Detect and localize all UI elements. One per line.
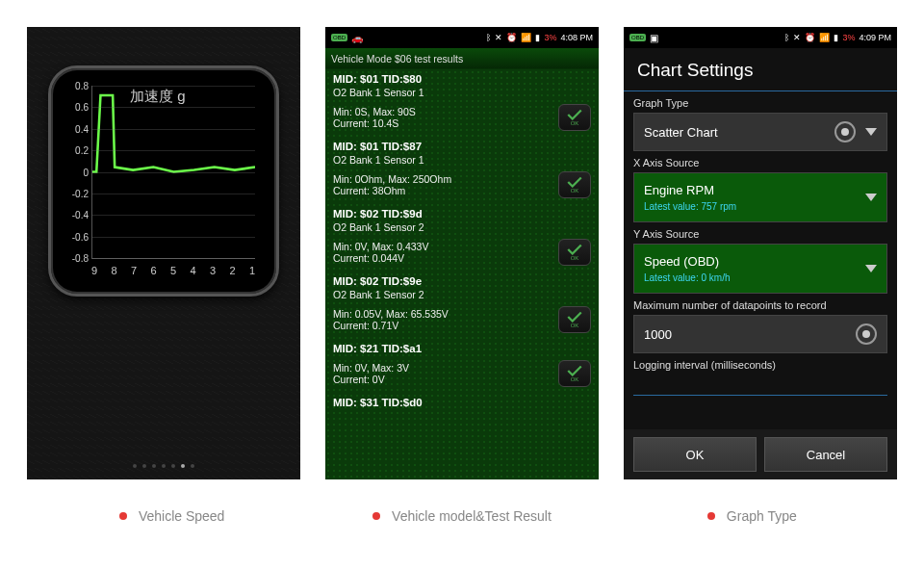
x-tick-label: 1 <box>249 265 255 276</box>
pager-dots <box>27 464 300 468</box>
graph-type-value: Scatter Chart <box>644 125 718 140</box>
ok-badge: OK <box>558 306 591 333</box>
x-tick-label: 8 <box>111 265 116 276</box>
max-datapoints-value: 1000 <box>644 327 672 342</box>
clock: 4:08 PM <box>560 33 593 42</box>
result-header: MID: $01 TID:$87O2 Bank 1 Sensor 1 <box>325 137 599 168</box>
signal-icon: ▮ <box>834 33 838 42</box>
result-header: MID: $31 TID:$d0 <box>325 393 599 410</box>
y-tick-label: 0 <box>67 167 89 177</box>
result-header: MID: $01 TID:$80O2 Bank 1 Sensor 1 <box>325 69 599 100</box>
y-axis-select[interactable]: Speed (OBD) Latest value: 0 km/h <box>633 244 887 294</box>
screen-vehicle-speed: 加速度 g 0.80.60.40.20-0.2-0.4-0.6-0.8 9876… <box>27 27 300 479</box>
y-tick-label: -0.6 <box>67 231 89 242</box>
screen-chart-settings: OBD ▣ ᛒ ✕ ⏰ 📶 ▮ 3% 4:09 PM Chart Setting… <box>624 27 897 479</box>
network-icon: 📶 <box>819 33 830 42</box>
dialog-title: Chart Settings <box>624 48 897 91</box>
x-tick-label: 5 <box>170 265 176 276</box>
y-axis-label: Y Axis Source <box>624 222 897 244</box>
x-tick-label: 3 <box>210 265 216 276</box>
signal-icon: ▮ <box>535 33 540 42</box>
max-datapoints-input[interactable]: 1000 <box>633 315 887 353</box>
clock: 4:09 PM <box>859 33 891 42</box>
caption-3: Graph Type <box>615 508 888 524</box>
radio-icon <box>856 323 877 345</box>
x-axis-label: X Axis Source <box>624 151 897 172</box>
bluetooth-icon: ᛒ <box>486 33 491 42</box>
caption-1: Vehicle Speed <box>36 508 309 524</box>
y-tick-label: -0.4 <box>67 210 89 220</box>
bullet-icon <box>707 512 715 520</box>
y-tick-label: 0.4 <box>67 123 89 134</box>
ok-badge: OK <box>558 171 591 198</box>
mute-icon: ✕ <box>495 33 502 42</box>
y-tick-label: -0.8 <box>67 253 89 264</box>
graph-type-select[interactable]: Scatter Chart <box>633 113 887 151</box>
y-tick-label: 0.2 <box>67 145 89 156</box>
mute-icon: ✕ <box>793 33 801 42</box>
result-header: MID: $21 TID:$a1 <box>325 339 599 356</box>
obd-icon: OBD <box>331 34 347 41</box>
bullet-icon <box>119 512 127 520</box>
y-tick-label: -0.2 <box>67 188 89 198</box>
image-icon: ▣ <box>650 33 658 43</box>
car-icon: 🚗 <box>351 33 363 43</box>
x-axis-latest: Latest value: 757 rpm <box>644 201 736 212</box>
interval-input[interactable] <box>633 375 887 396</box>
chevron-down-icon <box>865 194 877 201</box>
bullet-icon <box>372 512 380 520</box>
result-row[interactable]: Min: 0Ohm, Max: 250OhmCurrent: 38OhmOK <box>325 168 599 204</box>
result-row[interactable]: Min: 0V, Max: 3VCurrent: 0VOK <box>325 356 599 393</box>
y-axis-value: Speed (OBD) <box>644 254 731 269</box>
network-icon: 📶 <box>521 33 531 42</box>
ok-badge: OK <box>558 104 591 131</box>
battery-pct: 3% <box>544 33 556 42</box>
gauge-widget: 加速度 g 0.80.60.40.20-0.2-0.4-0.6-0.8 9876… <box>48 65 279 297</box>
interval-label: Logging interval (milliseconds) <box>624 353 897 375</box>
alarm-icon: ⏰ <box>805 33 815 42</box>
battery-pct: 3% <box>842 33 855 42</box>
x-tick-label: 6 <box>150 265 156 276</box>
result-header: MID: $02 TID:$9eO2 Bank 1 Sensor 2 <box>325 272 599 302</box>
chevron-down-icon <box>865 265 877 272</box>
ok-badge: OK <box>558 360 591 387</box>
x-tick-label: 7 <box>131 265 137 276</box>
y-tick-label: 0.6 <box>67 102 89 113</box>
result-row[interactable]: Min: 0V, Max: 0.433VCurrent: 0.044VOK <box>325 235 599 272</box>
y-axis-latest: Latest value: 0 km/h <box>644 272 731 283</box>
x-tick-label: 2 <box>229 265 235 276</box>
result-header: MID: $02 TID:$9dO2 Bank 1 Sensor 2 <box>325 204 599 235</box>
alarm-icon: ⏰ <box>506 33 517 42</box>
screen-title: Vehicle Mode $06 test results <box>325 48 599 69</box>
y-tick-label: 0.8 <box>67 81 89 91</box>
max-datapoints-label: Maximum number of datapoints to record <box>624 294 897 315</box>
cancel-button[interactable]: Cancel <box>764 437 887 472</box>
x-axis-value: Engine RPM <box>644 183 736 197</box>
screen-test-results: OBD 🚗 ᛒ ✕ ⏰ 📶 ▮ 3% 4:08 PM Vehicle Mode … <box>325 27 599 479</box>
ok-badge: OK <box>558 239 591 266</box>
ok-button[interactable]: OK <box>633 437 757 472</box>
caption-2: Vehicle model&Test Result <box>325 508 599 524</box>
obd-icon: OBD <box>629 34 646 41</box>
status-bar: OBD 🚗 ᛒ ✕ ⏰ 📶 ▮ 3% 4:08 PM <box>325 27 599 48</box>
bluetooth-icon: ᛒ <box>784 33 789 42</box>
x-tick-label: 4 <box>190 265 195 276</box>
result-row[interactable]: Min: 0S, Max: 90SCurrent: 10.4SOK <box>325 100 599 137</box>
result-row[interactable]: Min: 0.05V, Max: 65.535VCurrent: 0.71VOK <box>325 302 599 339</box>
graph-type-label: Graph Type <box>624 91 897 113</box>
status-bar: OBD ▣ ᛒ ✕ ⏰ 📶 ▮ 3% 4:09 PM <box>624 27 897 48</box>
x-tick-label: 9 <box>91 265 97 276</box>
results-list[interactable]: MID: $01 TID:$80O2 Bank 1 Sensor 1Min: 0… <box>325 69 599 479</box>
chevron-down-icon <box>865 128 877 136</box>
radio-icon <box>834 121 856 142</box>
x-axis-select[interactable]: Engine RPM Latest value: 757 rpm <box>633 172 887 222</box>
